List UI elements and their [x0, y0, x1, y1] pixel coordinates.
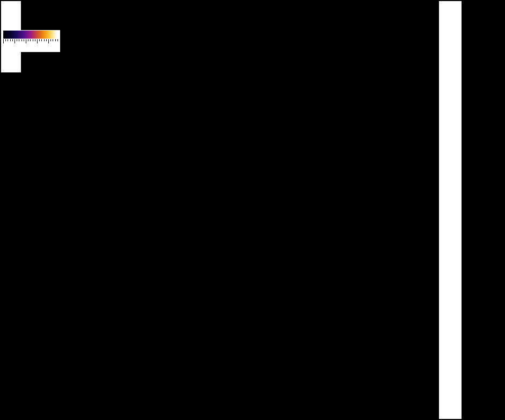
waterfall-spectrogram — [1, 1, 439, 419]
frequency-axis — [439, 0, 462, 420]
color-scale-ticks — [3, 39, 60, 43]
spectrum-lab-capture — [0, 0, 505, 420]
db-color-scale-legend — [3, 30, 60, 52]
spectrum-graph-panel — [462, 0, 505, 420]
frequency-axis-ticks — [439, 0, 462, 420]
color-gradient-bar — [3, 31, 60, 39]
